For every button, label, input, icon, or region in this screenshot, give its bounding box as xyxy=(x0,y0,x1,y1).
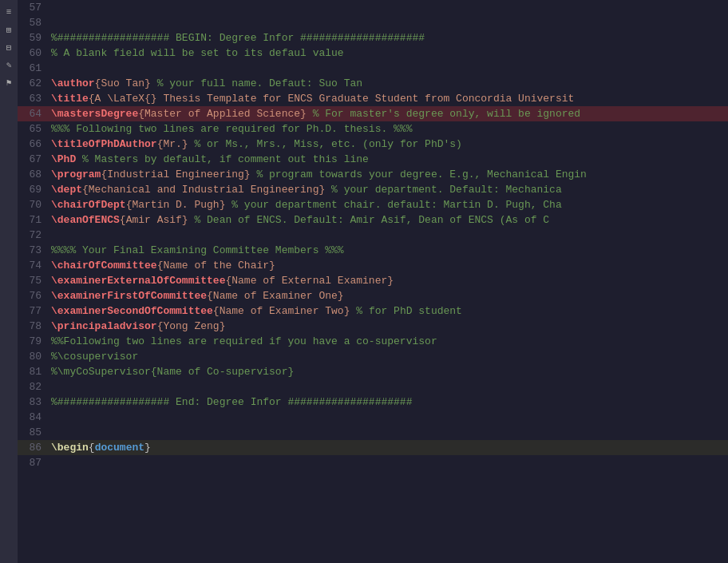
line-57: 57 xyxy=(18,0,728,15)
line-number-68: 68 xyxy=(18,167,48,182)
line-68: 68\program{Industrial Engineering} % pro… xyxy=(18,167,728,182)
sidebar-icon-2[interactable]: ⊞ xyxy=(2,22,16,37)
line-content-68: \program{Industrial Engineering} % progr… xyxy=(48,167,587,182)
line-63: 63\title{A \LaTeX{} Thesis Template for … xyxy=(18,91,728,106)
line-number-80: 80 xyxy=(18,349,48,364)
line-content-87 xyxy=(48,455,57,470)
line-number-78: 78 xyxy=(18,319,48,334)
sidebar: ≡ ⊞ ⊟ ✎ ⚑ xyxy=(0,0,18,563)
line-number-72: 72 xyxy=(18,228,48,243)
line-number-70: 70 xyxy=(18,197,48,212)
line-87: 87 xyxy=(18,455,728,470)
line-69: 69\dept{Mechanical and Industrial Engine… xyxy=(18,182,728,197)
line-content-67: \PhD % Masters by default, if comment ou… xyxy=(48,152,369,167)
line-75: 75\examinerExternalOfCommittee{Name of E… xyxy=(18,273,728,288)
line-76: 76\examinerFirstOfCommittee{Name of Exam… xyxy=(18,288,728,303)
line-64: 64\mastersDegree{Master of Applied Scien… xyxy=(18,106,728,121)
sidebar-icon-3[interactable]: ⊟ xyxy=(2,40,16,54)
line-81: 81%\myCoSupervisor{Name of Co-supervisor… xyxy=(18,364,728,379)
line-content-78: \principaladvisor{Yong Zeng} xyxy=(48,319,225,334)
line-number-64: 64 xyxy=(18,106,48,121)
line-content-60: % A blank field will be set to its defau… xyxy=(48,46,344,61)
line-content-86: \begin{document} xyxy=(48,440,151,455)
line-number-82: 82 xyxy=(18,379,48,394)
line-number-65: 65 xyxy=(18,121,48,137)
line-number-77: 77 xyxy=(18,303,48,319)
line-65: 65%%% Following two lines are required f… xyxy=(18,121,728,137)
line-content-61 xyxy=(48,61,57,76)
line-number-67: 67 xyxy=(18,152,48,167)
line-58: 58 xyxy=(18,15,728,30)
line-content-75: \examinerExternalOfCommittee{Name of Ext… xyxy=(48,273,394,288)
line-content-69: \dept{Mechanical and Industrial Engineer… xyxy=(48,182,562,197)
line-content-59: %################## BEGIN: Degree Infor … xyxy=(48,30,425,46)
line-71: 71\deanOfENCS{Amir Asif} % Dean of ENCS.… xyxy=(18,212,728,228)
line-number-74: 74 xyxy=(18,258,48,273)
line-80: 80%\cosupervisor xyxy=(18,349,728,364)
line-82: 82 xyxy=(18,379,728,394)
line-content-66: \titleOfPhDAuthor{Mr.} % or Ms., Mrs., M… xyxy=(48,137,462,152)
line-number-59: 59 xyxy=(18,30,48,46)
sidebar-icon-1[interactable]: ≡ xyxy=(2,5,16,19)
line-content-84 xyxy=(48,410,57,425)
line-78: 78\principaladvisor{Yong Zeng} xyxy=(18,319,728,334)
line-73: 73%%%% Your Final Examining Committee Me… xyxy=(18,243,728,258)
line-number-66: 66 xyxy=(18,137,48,152)
line-83: 83%################## End: Degree Infor … xyxy=(18,394,728,410)
sidebar-icon-5[interactable]: ⚑ xyxy=(2,75,16,89)
line-61: 61 xyxy=(18,61,728,76)
line-84: 84 xyxy=(18,410,728,425)
line-content-81: %\myCoSupervisor{Name of Co-supervisor} xyxy=(48,364,294,379)
line-66: 66\titleOfPhDAuthor{Mr.} % or Ms., Mrs.,… xyxy=(18,137,728,152)
line-number-61: 61 xyxy=(18,61,48,76)
line-content-79: %%Following two lines are required if yo… xyxy=(48,334,437,349)
line-content-72 xyxy=(48,228,57,243)
line-79: 79%%Following two lines are required if … xyxy=(18,334,728,349)
line-number-85: 85 xyxy=(18,425,48,440)
line-70: 70\chairOfDept{Martin D. Pugh} % your de… xyxy=(18,197,728,212)
line-77: 77\examinerSecondOfCommittee{Name of Exa… xyxy=(18,303,728,319)
line-number-69: 69 xyxy=(18,182,48,197)
line-72: 72 xyxy=(18,228,728,243)
line-number-75: 75 xyxy=(18,273,48,288)
line-number-58: 58 xyxy=(18,15,48,30)
editor: ≡ ⊞ ⊟ ✎ ⚑ 57 58 59%################## BE… xyxy=(0,0,728,563)
line-content-73: %%%% Your Final Examining Committee Memb… xyxy=(48,243,344,258)
line-content-70: \chairOfDept{Martin D. Pugh} % your depa… xyxy=(48,197,562,212)
line-content-74: \chairOfCommittee{Name of the Chair} xyxy=(48,258,275,273)
line-content-82 xyxy=(48,379,57,394)
line-content-65: %%% Following two lines are required for… xyxy=(48,121,412,137)
line-content-71: \deanOfENCS{Amir Asif} % Dean of ENCS. D… xyxy=(48,212,549,228)
line-content-85 xyxy=(48,425,57,440)
line-content-76: \examinerFirstOfCommittee{Name of Examin… xyxy=(48,288,344,303)
line-number-60: 60 xyxy=(18,46,48,61)
sidebar-icon-4[interactable]: ✎ xyxy=(2,57,16,72)
line-number-57: 57 xyxy=(18,0,48,15)
line-number-83: 83 xyxy=(18,394,48,410)
line-number-62: 62 xyxy=(18,76,48,91)
line-85: 85 xyxy=(18,425,728,440)
line-content-58 xyxy=(48,15,57,30)
line-number-87: 87 xyxy=(18,455,48,470)
line-number-76: 76 xyxy=(18,288,48,303)
line-60: 60% A blank field will be set to its def… xyxy=(18,46,728,61)
line-number-63: 63 xyxy=(18,91,48,106)
line-62: 62\author{Suo Tan} % your full name. Def… xyxy=(18,76,728,91)
line-number-73: 73 xyxy=(18,243,48,258)
line-74: 74\chairOfCommittee{Name of the Chair} xyxy=(18,258,728,273)
line-number-86: 86 xyxy=(18,440,48,455)
line-content-62: \author{Suo Tan} % your full name. Defau… xyxy=(48,76,362,91)
line-content-63: \title{A \LaTeX{} Thesis Template for EN… xyxy=(48,91,574,106)
line-number-84: 84 xyxy=(18,410,48,425)
line-number-71: 71 xyxy=(18,212,48,228)
line-content-77: \examinerSecondOfCommittee{Name of Exami… xyxy=(48,303,462,319)
line-86: 86\begin{document} xyxy=(18,440,728,455)
line-content-57 xyxy=(48,0,57,15)
line-number-79: 79 xyxy=(18,334,48,349)
line-content-83: %################## End: Degree Infor ##… xyxy=(48,394,412,410)
line-content-80: %\cosupervisor xyxy=(48,349,138,364)
line-59: 59%################## BEGIN: Degree Info… xyxy=(18,30,728,46)
line-67: 67\PhD % Masters by default, if comment … xyxy=(18,152,728,167)
line-content-64: \mastersDegree{Master of Applied Science… xyxy=(48,106,580,121)
code-area[interactable]: 57 58 59%################## BEGIN: Degre… xyxy=(18,0,728,563)
